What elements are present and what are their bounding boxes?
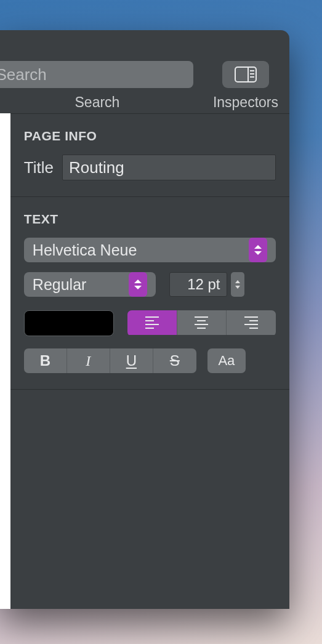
text-style-segmented: B I U S [24,348,196,373]
text-color-well[interactable] [24,310,114,336]
panel-icon [235,66,257,83]
align-right-icon [244,316,258,329]
italic-button[interactable]: I [67,348,110,373]
bold-button[interactable]: B [24,348,67,373]
inspector-panel: PAGE INFO Title TEXT Helvetica Neue Regu… [10,113,289,609]
chevron-up-icon [235,280,240,283]
inspectors-button[interactable] [222,61,269,88]
alignment-segmented [127,310,276,336]
inspectors-column: Inspectors [213,61,278,111]
align-center-icon [195,316,208,329]
text-heading: TEXT [24,212,276,227]
search-placeholder: Search [0,65,47,84]
font-weight-popup[interactable]: Regular [24,272,156,297]
align-right-button[interactable] [227,310,276,335]
chevron-down-icon [235,286,240,289]
toolbar: Search Search Inspectors [0,30,289,113]
font-family-popup[interactable]: Helvetica Neue [24,238,276,262]
content-row: PAGE INFO Title TEXT Helvetica Neue Regu… [0,113,289,609]
align-center-button[interactable] [177,310,227,335]
title-label: Title [24,158,54,177]
page-info-heading: PAGE INFO [24,129,276,143]
font-family-value: Helvetica Neue [33,241,244,259]
align-left-icon [145,316,159,329]
search-tab-label[interactable]: Search [75,94,120,111]
font-family-stepper-icon [249,238,267,262]
font-weight-value: Regular [33,276,124,294]
search-column: Search Search [0,61,195,111]
text-section: TEXT Helvetica Neue Regular [10,197,289,390]
search-input[interactable]: Search [0,61,193,88]
font-size-stepper[interactable] [231,272,244,297]
text-case-button[interactable]: Aa [207,348,246,373]
strike-button[interactable]: S [153,348,196,373]
canvas-area[interactable] [0,113,10,609]
align-left-button[interactable] [127,310,177,335]
inspectors-tab-label[interactable]: Inspectors [213,94,278,111]
font-weight-stepper-icon [129,272,147,297]
page-info-section: PAGE INFO Title [10,114,289,197]
inspector-window: Search Search Inspectors PAGE INFO [0,30,289,609]
title-input[interactable] [62,155,276,180]
underline-button[interactable]: U [110,348,153,373]
font-size-input[interactable] [169,272,227,297]
